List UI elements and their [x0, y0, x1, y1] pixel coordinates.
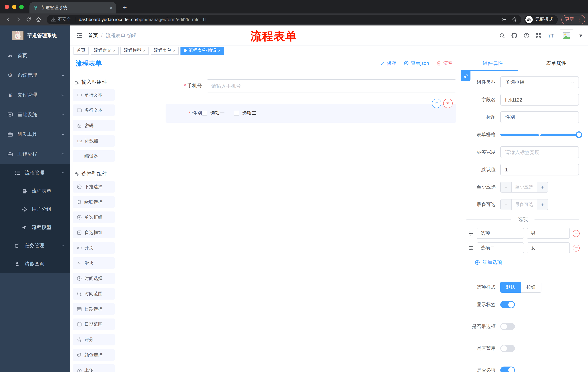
palette-item-rate[interactable]: 评分: [73, 334, 115, 345]
default-value-input[interactable]: [500, 164, 579, 175]
palette-item-upload[interactable]: 上传: [73, 364, 115, 372]
min-select-stepper[interactable]: −至少应选+: [500, 182, 548, 192]
max-select-stepper[interactable]: −最多可选+: [500, 199, 548, 210]
component-type-select[interactable]: 多选框组: [500, 76, 579, 88]
home-icon[interactable]: [33, 14, 44, 25]
palette-item-password[interactable]: 密码: [73, 120, 115, 131]
sidebar-item-process-form[interactable]: 流程表单: [0, 182, 70, 200]
tab-form-props[interactable]: 表单属性: [525, 55, 588, 71]
save-button[interactable]: 保存: [380, 60, 396, 66]
sidebar-item-devtools[interactable]: 研发工具: [0, 125, 70, 144]
palette-item-slider[interactable]: 滑块: [73, 257, 115, 269]
tag-process-model[interactable]: 流程模型×: [121, 46, 149, 54]
back-icon[interactable]: [3, 14, 13, 25]
tab-close-icon[interactable]: ×: [110, 5, 112, 11]
browser-update-button[interactable]: 更新 ⋮: [561, 15, 585, 24]
remove-option-button[interactable]: −: [573, 230, 580, 237]
hamburger-icon[interactable]: [76, 32, 82, 39]
palette-item-time-range[interactable]: 时间范围: [73, 288, 115, 299]
tag-process-definition[interactable]: 流程定义×: [91, 46, 119, 54]
sidebar-item-user-group[interactable]: 用户分组: [0, 200, 70, 218]
slider-handle[interactable]: [576, 131, 582, 138]
browser-menu-icon[interactable]: ⋮: [577, 17, 581, 22]
palette-item-single-text[interactable]: 单行文本: [73, 89, 115, 101]
palette-item-cascader[interactable]: 级联选择: [73, 196, 115, 208]
option-1-value-input[interactable]: [527, 228, 570, 239]
avatar[interactable]: [560, 29, 573, 42]
plus-button[interactable]: +: [537, 182, 548, 192]
option-2-value-input[interactable]: [527, 242, 570, 253]
close-window-button[interactable]: [5, 5, 9, 9]
breadcrumb-home[interactable]: 首页: [88, 32, 98, 39]
minus-button[interactable]: −: [501, 182, 512, 192]
close-icon[interactable]: ×: [173, 48, 176, 53]
drag-handle-icon[interactable]: [468, 245, 474, 251]
clear-button[interactable]: 清空: [436, 60, 453, 66]
show-label-switch[interactable]: [500, 301, 515, 308]
plus-button[interactable]: +: [537, 200, 548, 210]
minimize-window-button[interactable]: [12, 5, 16, 9]
sidebar-item-workflow[interactable]: 工作流程: [0, 144, 70, 164]
close-icon[interactable]: ×: [113, 48, 116, 53]
checkbox-icon[interactable]: [234, 111, 239, 116]
checkbox-icon[interactable]: [202, 111, 207, 116]
tag-home[interactable]: 首页: [74, 46, 89, 54]
close-icon[interactable]: ×: [143, 48, 146, 53]
palette-item-counter[interactable]: 123计数器: [73, 135, 115, 147]
github-icon[interactable]: [511, 32, 518, 39]
bookmark-star-icon[interactable]: [511, 17, 517, 22]
font-size-icon[interactable]: тT: [548, 32, 554, 39]
forward-icon[interactable]: [13, 14, 23, 25]
palette-item-date-range[interactable]: 日期范围: [73, 319, 115, 330]
palette-item-checkbox-group[interactable]: 多选框组: [73, 227, 115, 238]
palette-item-date-picker[interactable]: 日期选择: [73, 303, 115, 315]
sidebar-item-infra[interactable]: 基础设施: [0, 105, 70, 125]
browser-tab[interactable]: 芋道管理系统 ×: [30, 2, 116, 13]
sidebar-item-home[interactable]: 首页: [0, 46, 70, 65]
option-2-label-input[interactable]: [477, 242, 524, 253]
gender-option-2[interactable]: 选项二: [234, 110, 257, 117]
sidebar-item-task-mgmt[interactable]: 任务管理: [0, 237, 70, 255]
sidebar-item-system[interactable]: ⚙ 系统管理: [0, 65, 70, 85]
phone-input[interactable]: [207, 79, 456, 93]
field-name-input[interactable]: [500, 94, 579, 106]
sidebar-item-leave-query[interactable]: 请假查询: [0, 255, 70, 273]
form-canvas[interactable]: 手机号 性别 选项一 选项二: [161, 71, 461, 372]
minus-button[interactable]: −: [501, 200, 512, 210]
palette-item-select[interactable]: 下拉选择: [73, 181, 115, 192]
label-width-input[interactable]: [500, 146, 579, 158]
app-logo[interactable]: 芋道管理系统: [0, 25, 70, 46]
option-1-label-input[interactable]: [477, 228, 524, 239]
view-json-button[interactable]: 查看json: [404, 60, 429, 66]
disabled-switch[interactable]: [500, 345, 515, 352]
sidebar-item-process-model[interactable]: 流程模型: [0, 218, 70, 237]
required-switch[interactable]: [500, 367, 515, 372]
key-icon[interactable]: [501, 17, 506, 22]
question-icon[interactable]: [524, 32, 530, 38]
fullscreen-icon[interactable]: [536, 32, 542, 38]
palette-item-editor[interactable]: 编辑器: [73, 150, 115, 162]
sidebar-item-payment[interactable]: ¥ 支付管理: [0, 85, 70, 105]
remove-option-button[interactable]: −: [573, 244, 580, 251]
search-icon[interactable]: [499, 32, 505, 38]
sidebar-item-process-mgmt[interactable]: 流程管理: [0, 164, 70, 182]
palette-item-color-picker[interactable]: 颜色选择: [73, 349, 115, 361]
phone-field-row[interactable]: 手机号: [166, 79, 456, 93]
palette-item-multi-text[interactable]: 多行文本: [73, 105, 115, 116]
form-grid-slider[interactable]: [500, 134, 579, 136]
link-tag[interactable]: [461, 71, 471, 81]
border-switch[interactable]: [500, 323, 515, 330]
tag-process-form-edit[interactable]: 流程表单-编辑×: [181, 46, 224, 54]
tag-process-form[interactable]: 流程表单×: [151, 46, 179, 54]
copy-component-button[interactable]: [432, 99, 441, 108]
title-input[interactable]: [500, 111, 579, 123]
security-chip[interactable]: 不安全: [51, 16, 71, 22]
palette-item-radio-group[interactable]: 单选框组: [73, 212, 115, 223]
close-icon[interactable]: ×: [218, 48, 220, 53]
palette-item-switch[interactable]: 开关: [73, 242, 115, 254]
tab-component-props[interactable]: 组件属性: [461, 55, 525, 71]
caret-down-icon[interactable]: ▾: [579, 32, 582, 39]
gender-option-1[interactable]: 选项一: [202, 110, 225, 117]
style-default-button[interactable]: 默认: [500, 282, 521, 293]
window-controls[interactable]: [5, 5, 24, 9]
